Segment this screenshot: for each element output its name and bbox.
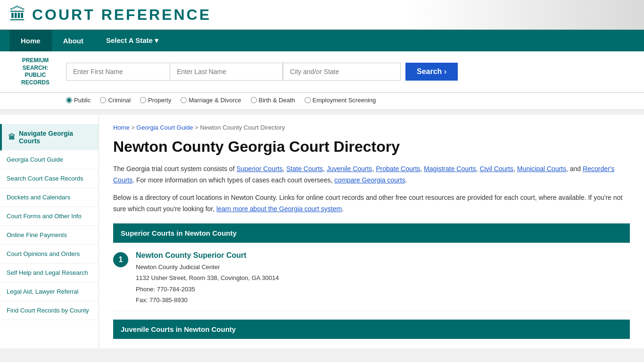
court-address-1: 1132 Usher Street, Room 338, Covington, … [136, 272, 279, 283]
sidebar-item-search-case[interactable]: Search Court Case Records [0, 169, 99, 188]
juvenile-courts-header: Juvenile Courts in Newton County [113, 320, 630, 339]
first-name-input[interactable] [66, 63, 170, 81]
court-facility-1: Newton County Judicial Center [136, 262, 279, 272]
search-bar: PREMIUM SEARCH: PUBLIC RECORDS Search › [0, 51, 644, 93]
link-civil-courts[interactable]: Civil Courts [479, 165, 513, 173]
nav-about[interactable]: About [52, 30, 95, 51]
sidebar-item-court-guide[interactable]: Georgia Court Guide [0, 150, 99, 169]
link-probate-courts[interactable]: Probate Courts [376, 165, 420, 173]
superior-courts-header: Superior Courts in Newton County [113, 223, 630, 243]
main-content: Home > Georgia Court Guide > Newton Coun… [99, 115, 644, 348]
radio-property[interactable]: Property [140, 97, 171, 104]
sidebar: 🏛 Navigate Georgia Courts Georgia Court … [0, 115, 99, 348]
court-name-1[interactable]: Newton County Superior Court [136, 251, 279, 260]
breadcrumb-current: Newton County Court Directory [200, 124, 285, 131]
sidebar-item-selfhelp[interactable]: Self Help and Legal Research [0, 263, 99, 282]
sidebar-item-findrecords[interactable]: Find Court Records by County [0, 301, 99, 320]
breadcrumb-state[interactable]: Georgia Court Guide [137, 124, 193, 131]
breadcrumb-home[interactable]: Home [113, 124, 130, 131]
city-input[interactable] [283, 63, 401, 81]
courthouse-sidebar-icon: 🏛 [8, 133, 15, 141]
search-label: PREMIUM SEARCH: PUBLIC RECORDS [9, 57, 66, 86]
nav-home[interactable]: Home [9, 30, 52, 51]
main-layout: 🏛 Navigate Georgia Courts Georgia Court … [0, 115, 644, 348]
last-name-input[interactable] [170, 63, 283, 81]
link-magistrate-courts[interactable]: Magistrate Courts [424, 165, 476, 173]
main-nav: Home About Select A State ▾ [0, 30, 644, 51]
page-title: Newton County Georgia Court Directory [113, 138, 630, 156]
radio-employment[interactable]: Employment Screening [305, 97, 376, 104]
radio-marriage[interactable]: Marriage & Divorce [181, 97, 241, 104]
directory-paragraph: Below is a directory of court locations … [113, 192, 630, 215]
search-button[interactable]: Search › [405, 63, 458, 81]
courthouse-icon: 🏛 [9, 5, 26, 25]
record-type-filter: Public Criminal Property Marriage & Divo… [0, 93, 644, 110]
court-number-1: 1 [113, 252, 128, 267]
nav-select-state[interactable]: Select A State ▾ [95, 30, 170, 51]
logo-area: 🏛 COURT REFERENCE [9, 5, 211, 25]
link-state-courts[interactable]: State Courts [286, 165, 323, 173]
court-phone-1: Phone: 770-784-2035 [136, 284, 279, 295]
court-entry-1: 1 Newton County Superior Court Newton Co… [113, 243, 630, 311]
radio-birth[interactable]: Birth & Death [251, 97, 295, 104]
link-juvenile-courts[interactable]: Juvenile Courts [327, 165, 372, 173]
court-details-1: Newton County Superior Court Newton Coun… [136, 251, 279, 306]
breadcrumb: Home > Georgia Court Guide > Newton Coun… [113, 124, 630, 131]
link-compare-courts[interactable]: compare Georgia courts [334, 176, 405, 184]
site-title: COURT REFERENCE [32, 6, 211, 24]
link-learn-more[interactable]: learn more about the Georgia court syste… [216, 205, 342, 213]
sidebar-item-opinions[interactable]: Court Opinions and Orders [0, 245, 99, 263]
header-background [408, 0, 644, 29]
intro-paragraph: The Georgia trial court system consists … [113, 164, 630, 186]
top-spacer [0, 110, 644, 115]
sidebar-item-forms[interactable]: Court Forms and Other Info [0, 207, 99, 226]
sidebar-item-dockets[interactable]: Dockets and Calendars [0, 188, 99, 207]
sidebar-item-fines[interactable]: Online Fine Payments [0, 226, 99, 245]
sidebar-active-item[interactable]: 🏛 Navigate Georgia Courts [0, 124, 99, 150]
court-fax-1: Fax: 770-385-8930 [136, 295, 279, 305]
radio-public[interactable]: Public [66, 97, 91, 104]
link-municipal-courts[interactable]: Municipal Courts [517, 165, 566, 173]
link-superior-courts[interactable]: Superior Courts [236, 165, 282, 173]
radio-criminal[interactable]: Criminal [100, 97, 131, 104]
sidebar-item-legalaid[interactable]: Legal Aid, Lawyer Referral [0, 282, 99, 301]
header: 🏛 COURT REFERENCE [0, 0, 644, 30]
